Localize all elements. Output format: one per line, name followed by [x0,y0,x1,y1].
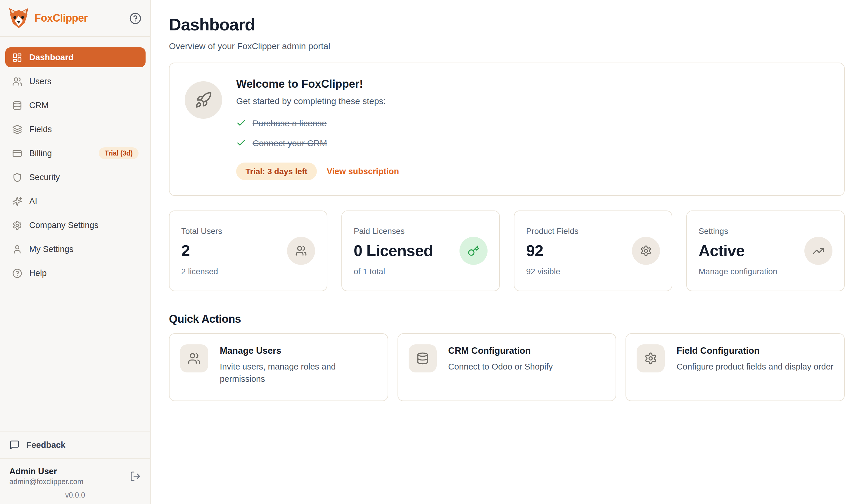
shield-icon [12,172,22,182]
users-icon [12,76,22,86]
gear-icon [637,345,665,372]
stat-label: Product Fields [526,226,660,235]
sidebar-item-company-settings[interactable]: Company Settings [5,215,146,235]
sidebar-item-label: Fields [29,124,52,134]
sidebar-item-security[interactable]: Security [5,167,146,187]
sidebar-item-label: Users [29,77,51,86]
feedback-label: Feedback [26,440,66,450]
stat-sub: of 1 total [354,266,488,276]
sidebar-item-label: Dashboard [29,53,74,62]
stat-label: Total Users [181,226,315,235]
sparkles-icon [12,196,22,206]
stat-label: Paid Licenses [354,226,488,235]
step-label: Purchase a license [253,118,327,128]
stat-card-product-fields: Product Fields 92 92 visible [514,211,672,291]
quick-action-title: Field Configuration [677,346,834,356]
database-icon [408,345,436,372]
quick-action-desc: Invite users, manage roles and permissio… [220,361,377,385]
stat-sub: 2 licensed [181,266,315,276]
stat-card-total-users: Total Users 2 2 licensed [169,211,327,291]
feedback-button[interactable]: Feedback [0,431,150,458]
sidebar-item-label: Billing [29,149,52,158]
key-icon [459,237,488,265]
sidebar-item-crm[interactable]: CRM [5,95,146,115]
layout-dashboard-icon [12,52,22,62]
sidebar: FoxClipper Dashboard Users [0,0,151,504]
message-square-icon [10,440,20,450]
sidebar-item-label: AI [29,197,37,206]
users-icon [287,237,315,265]
help-circle-icon [12,268,22,278]
quick-action-crm-configuration[interactable]: CRM Configuration Connect to Odoo or Sho… [397,333,616,401]
quick-action-manage-users[interactable]: Manage Users Invite users, manage roles … [169,333,388,401]
stats-row: Total Users 2 2 licensed Paid Licenses 0… [169,211,845,291]
welcome-title: Welcome to FoxClipper! [236,78,399,90]
user-name: Admin User [10,467,83,476]
credit-card-icon [12,148,22,158]
quick-action-field-configuration[interactable]: Field Configuration Configure product fi… [626,333,845,401]
trial-days-badge: Trial: 3 days left [236,163,317,180]
stat-card-paid-licenses: Paid Licenses 0 Licensed of 1 total [341,211,500,291]
sidebar-item-label: Company Settings [29,220,99,230]
sidebar-item-dashboard[interactable]: Dashboard [5,47,146,67]
sidebar-item-label: CRM [29,101,49,110]
stat-card-settings: Settings Active Manage configuration [686,211,845,291]
user-section: Admin User admin@foxclipper.com v0.0.0 [0,458,150,504]
quick-action-title: CRM Configuration [448,346,553,356]
step-purchase-license: Purchase a license [236,118,399,128]
sidebar-item-ai[interactable]: AI [5,191,146,211]
trending-up-icon [804,237,833,265]
database-icon [12,100,22,110]
sidebar-header: FoxClipper [0,0,150,37]
quick-action-desc: Configure product fields and display ord… [677,361,834,373]
gear-icon [12,220,22,230]
sidebar-item-fields[interactable]: Fields [5,119,146,139]
page-title: Dashboard [169,15,845,34]
fox-logo-icon [7,7,30,29]
rocket-icon [185,81,222,119]
sidebar-item-label: My Settings [29,245,74,254]
user-email: admin@foxclipper.com [10,478,83,486]
quick-action-desc: Connect to Odoo or Shopify [448,361,553,373]
sidebar-item-help[interactable]: Help [5,263,146,283]
gear-icon [632,237,660,265]
stat-sub: Manage configuration [699,266,833,276]
quick-actions-title: Quick Actions [169,313,845,326]
sidebar-nav: Dashboard Users CRM Fields [0,37,150,287]
app-logo: FoxClipper [7,7,88,29]
main-content: Dashboard Overview of your FoxClipper ad… [151,0,857,504]
step-connect-crm: Connect your CRM [236,138,399,148]
app-version: v0.0.0 [10,491,141,499]
quick-actions-row: Manage Users Invite users, manage roles … [169,333,845,401]
page-subtitle: Overview of your FoxClipper admin portal [169,41,845,51]
view-subscription-link[interactable]: View subscription [327,167,399,176]
sidebar-item-label: Help [29,268,47,278]
trial-badge: Trial (3d) [99,147,138,159]
sidebar-item-billing[interactable]: Billing Trial (3d) [5,143,146,163]
check-icon [236,138,246,148]
sidebar-item-label: Security [29,172,60,182]
stat-label: Settings [699,226,833,235]
foxclipper-admin-app: FoxClipper Dashboard Users [0,0,857,504]
onboarding-steps: Purchase a license Connect your CRM [236,118,399,148]
help-icon[interactable] [129,12,141,24]
users-icon [180,345,208,372]
step-label: Connect your CRM [253,138,327,148]
logout-icon[interactable] [130,471,141,482]
quick-action-title: Manage Users [220,346,377,356]
layers-icon [12,124,22,134]
app-name: FoxClipper [34,12,88,24]
stat-sub: 92 visible [526,266,660,276]
check-icon [236,118,246,128]
user-icon [12,244,22,254]
welcome-subtitle: Get started by completing these steps: [236,96,399,106]
welcome-card: Welcome to FoxClipper! Get started by co… [169,63,845,196]
sidebar-item-users[interactable]: Users [5,71,146,91]
sidebar-item-my-settings[interactable]: My Settings [5,239,146,259]
